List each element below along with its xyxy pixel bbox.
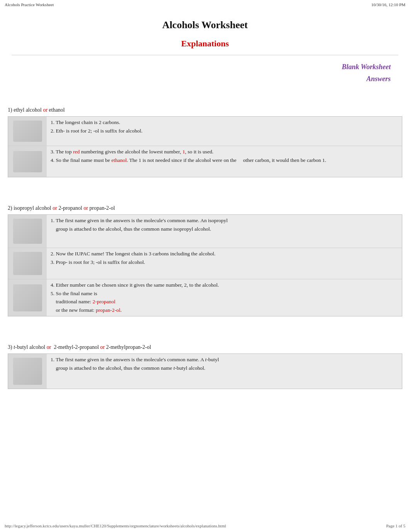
answers-link[interactable]: Answers <box>0 75 391 83</box>
problem-2-explanation-2: 2. Now the IUPAC name! The longest chain… <box>51 248 402 279</box>
blank-worksheet-link[interactable]: Blank Worksheet <box>0 63 391 71</box>
problem-2: 2) isopropyl alcohol or 2-propanol or pr… <box>8 205 402 316</box>
problem-2-explanation-3: 4. Either number can be chosen since it … <box>51 279 402 316</box>
problem-3-title: 3) t-butyl alcohol or 2-methyl-2-propano… <box>8 344 402 350</box>
problem-2-or-2: or <box>83 205 88 211</box>
top-bar-right: 10/30/16, 12:10 PM <box>371 2 405 7</box>
problem-2-inner-2: 2. Now the IUPAC name! The longest chain… <box>8 248 402 279</box>
problem-2-text-2: 2-propanol <box>57 205 83 211</box>
problem-2-inner-3: 4. Either number can be chosen since it … <box>8 279 402 316</box>
problem-1-explanation-1: 1. The longest chain is 2 carbons. 2. Et… <box>51 117 402 146</box>
problem-3-text-2: 2-methyl-2-propanol <box>51 344 100 350</box>
problem-1: 1) ethyl alcohol or ethanol 1. The longe… <box>8 107 402 177</box>
problem-2-text-3: propan-2-ol <box>88 205 115 211</box>
problem-1-text-1: 1) ethyl alcohol <box>8 107 43 113</box>
problem-2-or-1: or <box>53 205 57 211</box>
problem-3-or-2: or <box>100 344 105 350</box>
problem-2-inner-1: 1. The first name given in the answers i… <box>8 215 402 248</box>
problem-3-text-3: 2-methylpropan-2-ol <box>105 344 151 350</box>
problem-2-box: 1. The first name given in the answers i… <box>8 214 402 316</box>
problem-2-molecule-1 <box>8 215 47 248</box>
problem-1-or-1: or <box>43 107 47 113</box>
problem-3-molecule-1 <box>8 354 47 389</box>
problem-2-explanation-1: 1. The first name given in the answers i… <box>51 215 402 248</box>
problem-3: 3) t-butyl alcohol or 2-methyl-2-propano… <box>8 344 402 389</box>
problem-1-molecule-1 <box>8 117 47 146</box>
problem-3-explanation-1: 1. The first name given in the answers i… <box>51 354 402 389</box>
problem-3-or-1: or <box>47 344 51 350</box>
problem-1-molecule-2 <box>8 146 47 177</box>
problem-1-inner-1: 1. The longest chain is 2 carbons. 2. Et… <box>8 117 402 146</box>
problem-2-title: 2) isopropyl alcohol or 2-propanol or pr… <box>8 205 402 211</box>
footer: http://legacy.jefferson.kctcs.edu/users/… <box>0 524 410 528</box>
problem-2-text-1: 2) isopropyl alcohol <box>8 205 53 211</box>
page-title-main: Alcohols Worksheet <box>0 8 410 35</box>
problem-3-inner-1: 1. The first name given in the answers i… <box>8 354 402 389</box>
right-links: Blank Worksheet Answers <box>0 59 410 83</box>
separator <box>12 55 398 55</box>
footer-url: http://legacy.jefferson.kctcs.edu/users/… <box>5 524 226 528</box>
problem-3-box: 1. The first name given in the answers i… <box>8 354 402 389</box>
main-title: Alcohols Worksheet <box>0 19 410 31</box>
footer-page: Page 1 of 5 <box>386 524 405 528</box>
problem-1-text-2: ethanol <box>47 107 65 113</box>
explanations-link[interactable]: Explanations <box>181 39 229 48</box>
explanations-heading: Explanations <box>0 35 410 51</box>
problem-2-molecule-2 <box>8 248 47 279</box>
problem-1-box: 1. The longest chain is 2 carbons. 2. Et… <box>8 116 402 177</box>
top-bar-left: Alcohols Practice Worksheet <box>5 2 54 7</box>
problem-3-text-1: 3) t-butyl alcohol <box>8 344 47 350</box>
problem-1-title: 1) ethyl alcohol or ethanol <box>8 107 402 113</box>
problem-2-molecule-3 <box>8 279 47 316</box>
problem-1-explanation-2: 3. The top red numbering gives the alcoh… <box>51 146 402 177</box>
top-bar: Alcohols Practice Worksheet 10/30/16, 12… <box>0 0 410 8</box>
problem-1-inner-2: 3. The top red numbering gives the alcoh… <box>8 146 402 177</box>
